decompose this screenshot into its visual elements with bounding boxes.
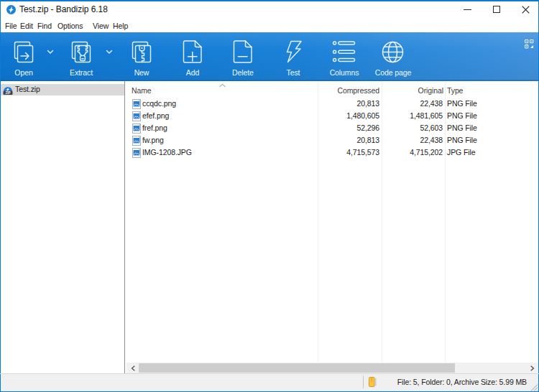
svg-text:ZIP: ZIP xyxy=(5,91,10,95)
